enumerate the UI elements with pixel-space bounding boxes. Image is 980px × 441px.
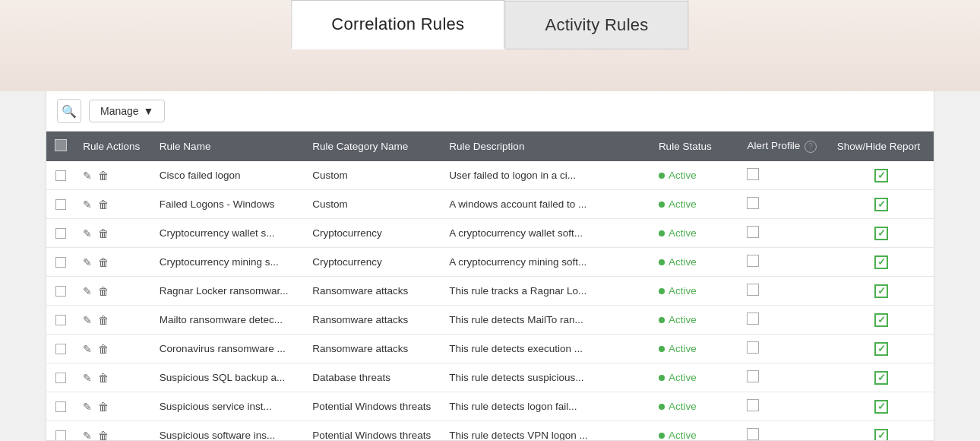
- row-alert-profile: [739, 248, 829, 277]
- status-dot: [659, 288, 665, 294]
- status-dot: [659, 346, 665, 352]
- alert-checkbox[interactable]: [747, 428, 759, 440]
- row-checkbox[interactable]: [55, 373, 66, 383]
- tab-correlation[interactable]: Correlation Rules: [291, 0, 504, 49]
- row-rule-status: Active: [651, 421, 740, 441]
- status-dot: [659, 404, 665, 410]
- row-rule-description: A windows account failed to ...: [441, 190, 651, 219]
- row-checkbox[interactable]: [55, 401, 66, 412]
- row-alert-profile: [739, 392, 829, 421]
- row-actions-cell: ✎ 🗑: [75, 190, 152, 219]
- row-rule-category: Cryptocurrency: [305, 219, 441, 248]
- delete-icon[interactable]: 🗑: [98, 285, 109, 297]
- row-show-hide: ✓: [830, 161, 934, 190]
- show-hide-checkbox[interactable]: ✓: [874, 400, 888, 414]
- edit-icon[interactable]: ✎: [83, 314, 92, 326]
- delete-icon[interactable]: 🗑: [98, 170, 109, 182]
- row-rule-description: This rule detects logon fail...: [441, 392, 651, 421]
- edit-icon[interactable]: ✎: [83, 401, 92, 413]
- table-header-row: Rule Actions Rule Name Rule Category Nam…: [46, 132, 934, 161]
- tab-activity[interactable]: Activity Rules: [504, 1, 688, 49]
- show-hide-checkbox[interactable]: ✓: [874, 429, 888, 441]
- row-rule-status: Active: [651, 161, 740, 190]
- alert-checkbox[interactable]: [747, 341, 759, 354]
- edit-icon[interactable]: ✎: [83, 198, 92, 211]
- show-hide-checkbox[interactable]: ✓: [874, 284, 888, 298]
- show-hide-checkbox[interactable]: ✓: [874, 313, 888, 327]
- alert-checkbox[interactable]: [747, 313, 759, 325]
- edit-icon[interactable]: ✎: [83, 285, 92, 297]
- table-row: ✎ 🗑 Suspicious software ins... Potential…: [46, 421, 934, 441]
- show-hide-checkbox[interactable]: ✓: [874, 342, 888, 356]
- alert-checkbox[interactable]: [747, 226, 759, 238]
- alert-checkbox[interactable]: [747, 168, 759, 180]
- delete-icon[interactable]: 🗑: [98, 401, 109, 413]
- header-checkbox[interactable]: [55, 139, 67, 151]
- main-content: 🔍 Manage ▼ Rule Actions Rule Name: [46, 91, 934, 441]
- help-icon[interactable]: ?: [805, 141, 817, 153]
- row-rule-category: Potential Windows threats: [305, 421, 441, 441]
- row-alert-profile: [739, 161, 829, 190]
- row-checkbox[interactable]: [55, 286, 66, 297]
- toolbar: 🔍 Manage ▼: [46, 91, 934, 132]
- status-label: Active: [669, 401, 697, 412]
- row-checkbox-cell: [46, 306, 75, 335]
- row-checkbox-cell: [46, 190, 75, 219]
- edit-icon[interactable]: ✎: [83, 256, 92, 268]
- delete-icon[interactable]: 🗑: [98, 256, 109, 268]
- edit-icon[interactable]: ✎: [83, 430, 92, 441]
- edit-icon[interactable]: ✎: [83, 372, 92, 384]
- status-label: Active: [669, 343, 697, 354]
- row-checkbox[interactable]: [55, 315, 66, 325]
- delete-icon[interactable]: 🗑: [98, 343, 109, 355]
- row-rule-category: Custom: [305, 161, 441, 190]
- edit-icon[interactable]: ✎: [83, 227, 92, 240]
- edit-icon[interactable]: ✎: [83, 343, 92, 355]
- row-checkbox[interactable]: [55, 228, 66, 239]
- delete-icon[interactable]: 🗑: [98, 372, 109, 384]
- search-button[interactable]: 🔍: [57, 99, 81, 123]
- delete-icon[interactable]: 🗑: [98, 314, 109, 326]
- row-checkbox[interactable]: [55, 257, 66, 268]
- row-checkbox-cell: [46, 392, 75, 421]
- row-rule-status: Active: [651, 306, 740, 335]
- tabs-container: Correlation Rules Activity Rules: [291, 0, 688, 49]
- row-rule-name: Cryptocurrency mining s...: [152, 248, 305, 277]
- row-show-hide: ✓: [830, 277, 934, 306]
- row-checkbox-cell: [46, 363, 75, 392]
- row-show-hide: ✓: [830, 392, 934, 421]
- row-rule-status: Active: [651, 392, 740, 421]
- edit-icon[interactable]: ✎: [83, 170, 92, 182]
- show-hide-checkbox[interactable]: ✓: [874, 198, 888, 211]
- alert-checkbox[interactable]: [747, 284, 759, 296]
- row-rule-category: Ransomware attacks: [305, 306, 441, 335]
- table-row: ✎ 🗑 Ragnar Locker ransomwar... Ransomwar…: [46, 277, 934, 306]
- manage-dropdown-button[interactable]: Manage ▼: [89, 100, 165, 122]
- show-hide-checkbox[interactable]: ✓: [874, 255, 888, 269]
- status-dot: [659, 230, 665, 236]
- row-checkbox-cell: [46, 335, 75, 363]
- row-checkbox[interactable]: [55, 344, 66, 354]
- row-rule-description: This rule detects suspicious...: [441, 363, 651, 392]
- row-rule-name: Coronavirus ransomware ...: [152, 335, 305, 363]
- row-checkbox[interactable]: [55, 430, 66, 441]
- row-alert-profile: [739, 190, 829, 219]
- row-show-hide: ✓: [830, 306, 934, 335]
- delete-icon[interactable]: 🗑: [98, 227, 109, 240]
- table-row: ✎ 🗑 Mailto ransomware detec... Ransomwar…: [46, 306, 934, 335]
- alert-checkbox[interactable]: [747, 399, 759, 411]
- row-alert-profile: [739, 219, 829, 248]
- alert-checkbox[interactable]: [747, 197, 759, 209]
- table-row: ✎ 🗑 Coronavirus ransomware ... Ransomwar…: [46, 335, 934, 363]
- row-checkbox[interactable]: [55, 170, 66, 181]
- show-hide-checkbox[interactable]: ✓: [874, 227, 888, 240]
- show-hide-checkbox[interactable]: ✓: [874, 169, 888, 182]
- row-checkbox-cell: [46, 161, 75, 190]
- show-hide-checkbox[interactable]: ✓: [874, 371, 888, 385]
- row-actions-cell: ✎ 🗑: [75, 335, 152, 363]
- delete-icon[interactable]: 🗑: [98, 198, 109, 211]
- row-checkbox[interactable]: [55, 199, 66, 210]
- alert-checkbox[interactable]: [747, 370, 759, 382]
- delete-icon[interactable]: 🗑: [98, 430, 109, 441]
- alert-checkbox[interactable]: [747, 255, 759, 267]
